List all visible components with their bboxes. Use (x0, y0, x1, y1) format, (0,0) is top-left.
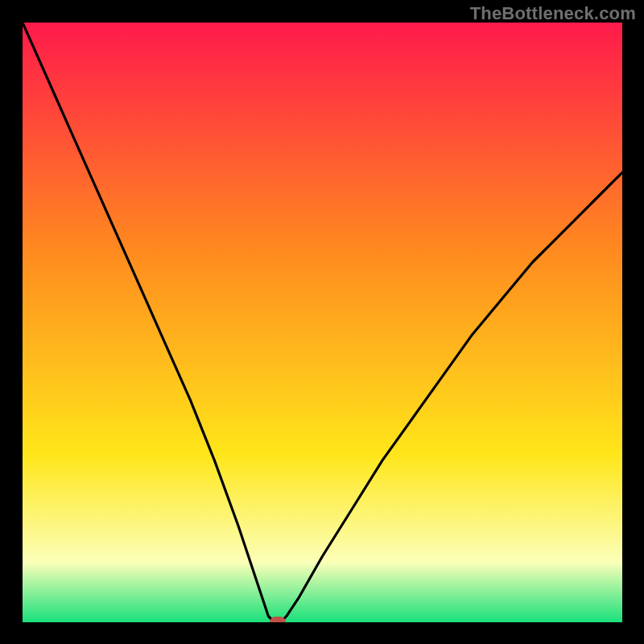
chart-frame: TheBottleneck.com (0, 0, 644, 644)
optimum-marker (270, 617, 286, 622)
plot-area (23, 23, 622, 622)
bottleneck-curve (23, 23, 622, 622)
watermark-text: TheBottleneck.com (470, 3, 636, 24)
